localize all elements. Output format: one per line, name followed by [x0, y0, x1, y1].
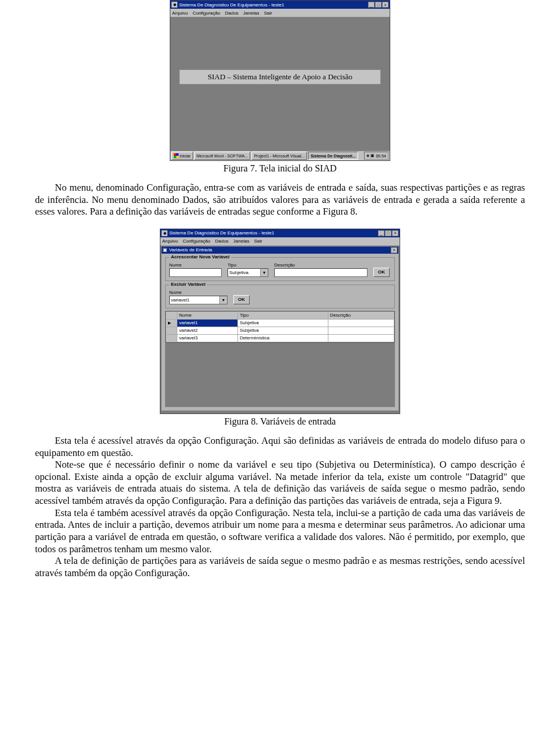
figure-7-screenshot: ◆ Sistema De Diagnóstico De Equipamentos…	[170, 0, 390, 161]
clock: 06:54	[376, 154, 386, 158]
menu-item-arquivo[interactable]: Arquivo	[162, 239, 178, 244]
grid-corner	[166, 311, 177, 319]
group-acrescentar: Acrescentar Nova Variável Nome Tipo Subj…	[165, 257, 395, 281]
row-indicator	[166, 327, 177, 334]
cell-tipo[interactable]: Subjetiva	[237, 319, 328, 327]
grid-header-tipo[interactable]: Tipo	[237, 311, 328, 319]
cell-tipo[interactable]: Determinística	[237, 334, 328, 342]
siad-banner: SIAD – Sistema Inteligente de Apoio a De…	[179, 69, 381, 85]
system-tray: ◈ ▣ 06:54	[364, 152, 388, 160]
cell-desc[interactable]	[328, 327, 394, 334]
chevron-down-icon[interactable]: ▼	[260, 269, 268, 276]
cell-nome[interactable]: variavel3	[177, 334, 238, 342]
inner-window-title: ▣ Variáveis de Entrada ×	[162, 247, 398, 254]
label-nome: Nome	[169, 290, 228, 295]
chevron-down-icon[interactable]: ▼	[219, 296, 227, 304]
menubar: Arquivo Configuração Dados Janelas Sair	[160, 237, 400, 246]
tray-icon: ▣	[370, 153, 374, 158]
menu-item-dados[interactable]: Dados	[215, 239, 229, 244]
cell-desc[interactable]	[328, 334, 394, 342]
tipo-select[interactable]: Subjetiva ▼	[228, 268, 268, 277]
excluir-nome-value: variavel1	[170, 296, 219, 304]
table-row[interactable]: variavel2 Subjetiva	[166, 327, 394, 334]
window-titlebar: ◆ Sistema De Diagnóstico De Equipamentos…	[170, 1, 390, 9]
grid-header-nome[interactable]: Nome	[177, 311, 238, 319]
ok-button[interactable]: OK	[373, 268, 390, 277]
inner-title-text: Variáveis de Entrada	[169, 247, 212, 252]
figure-8-caption: Figura 8. Variáveis de entrada	[35, 416, 525, 427]
inner-title-icon: ▣	[163, 247, 167, 252]
start-label: Iniciar	[180, 154, 191, 158]
row-indicator-icon	[166, 319, 177, 327]
cell-nome[interactable]: variavel2	[177, 327, 238, 334]
excluir-nome-select[interactable]: variavel1 ▼	[169, 296, 228, 304]
close-icon[interactable]: ×	[382, 2, 388, 8]
inner-window-variaveis: ▣ Variáveis de Entrada × Acrescentar Nov…	[162, 247, 398, 411]
nome-input[interactable]	[169, 268, 222, 277]
minimize-icon[interactable]: _	[368, 2, 374, 8]
row-indicator	[166, 334, 177, 342]
paragraph: No menu, denominado Configuração, entra-…	[35, 182, 525, 218]
maximize-icon[interactable]: □	[385, 230, 391, 236]
menubar: Arquivo Configuração Dados Janelas Sair	[170, 9, 390, 17]
start-button[interactable]: Iniciar	[172, 152, 193, 160]
menu-item-janelas[interactable]: Janelas	[243, 10, 260, 16]
menu-item-configuracao[interactable]: Configuração	[192, 10, 220, 16]
menu-item-dados[interactable]: Dados	[225, 10, 239, 16]
close-icon[interactable]: ×	[391, 247, 397, 253]
paragraph: Note-se que é necessário definir o nome …	[35, 459, 525, 507]
windows-flag-icon	[174, 153, 178, 158]
app-icon: ◆	[172, 2, 177, 8]
label-tipo: Tipo	[228, 262, 268, 268]
menu-item-arquivo[interactable]: Arquivo	[172, 10, 188, 16]
figure-8-screenshot: ◆ Sistema De Diagnóstico De Equipamentos…	[160, 229, 400, 414]
ok-button[interactable]: OK	[233, 295, 250, 304]
descricao-input[interactable]	[274, 268, 368, 277]
minimize-icon[interactable]: _	[378, 230, 384, 236]
label-descricao: Descrição	[274, 262, 368, 268]
taskbar-item[interactable]: Microsoft Word - SOFTWA...	[194, 152, 251, 160]
label-nome: Nome	[169, 262, 222, 268]
table-row[interactable]: variavel3 Determinística	[166, 334, 394, 342]
cell-nome[interactable]: variavel1	[177, 319, 238, 327]
grid-header-descricao[interactable]: Descrição	[328, 311, 394, 319]
figure-7-caption: Figura 7. Tela inicial do SIAD	[35, 163, 525, 174]
taskbar: Iniciar Microsoft Word - SOFTWA... Proje…	[170, 151, 390, 160]
window-title: Sistema De Diagnóstico De Equipamentos -…	[179, 2, 368, 8]
paragraph: A tela de definição de partições para as…	[35, 555, 525, 579]
paragraph: Esta tela é também acessível através da …	[35, 507, 525, 556]
group-legend: Acrescentar Nova Variável	[169, 254, 232, 259]
window-titlebar: ◆ Sistema De Diagnóstico De Equipamentos…	[160, 229, 400, 237]
taskbar-item[interactable]: Project1 - Microsoft Visual...	[251, 152, 307, 160]
menu-item-configuracao[interactable]: Configuração	[183, 239, 211, 244]
app-icon: ◆	[162, 230, 167, 236]
maximize-icon[interactable]: □	[375, 2, 382, 8]
paragraph: Esta tela é acessível através da opção C…	[35, 435, 525, 459]
menu-item-janelas[interactable]: Janelas	[233, 239, 250, 244]
close-icon[interactable]: ×	[392, 230, 398, 236]
cell-desc[interactable]	[328, 319, 394, 327]
menu-item-sair[interactable]: Sair	[264, 10, 272, 16]
table-row[interactable]: variavel1 Subjetiva	[166, 319, 394, 327]
tipo-value: Subjetiva	[228, 269, 260, 276]
group-legend: Excluir Variável	[169, 282, 207, 287]
cell-tipo[interactable]: Subjetiva	[237, 327, 328, 334]
window-title: Sistema De Diagnóstico De Equipamentos -…	[169, 230, 378, 236]
group-excluir: Excluir Variável Nome variavel1 ▼ OK	[165, 285, 395, 308]
tray-icon: ◈	[366, 153, 369, 158]
menu-item-sair[interactable]: Sair	[254, 239, 262, 244]
datagrid-variaveis[interactable]: Nome Tipo Descrição variavel1 Subjetiva	[165, 311, 395, 343]
grid-empty-area	[165, 343, 395, 407]
taskbar-item-active[interactable]: Sistema De Diagnósti...	[308, 152, 358, 160]
